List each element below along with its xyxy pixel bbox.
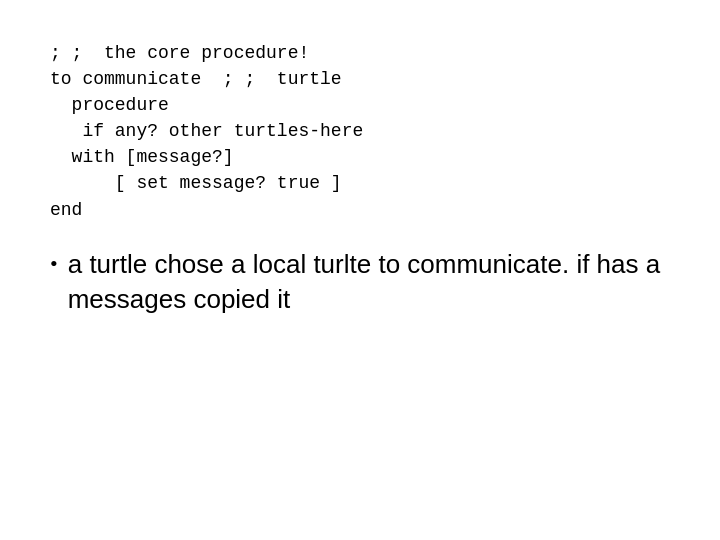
code-line-4: if any? other turtles-here (50, 121, 363, 141)
code-line-7: end (50, 200, 82, 220)
bullet-dot: • (50, 249, 58, 280)
code-block: ; ; the core procedure! to communicate ;… (50, 40, 670, 223)
bullet-section: • a turtle chose a local turlte to commu… (50, 247, 670, 317)
code-line-6: [ set message? true ] (50, 173, 342, 193)
code-line-1: ; ; the core procedure! (50, 43, 309, 63)
code-line-2: to communicate ; ; turtle (50, 69, 342, 89)
code-line-3: procedure (50, 95, 169, 115)
bullet-text: a turtle chose a local turlte to communi… (68, 247, 670, 317)
content-area: ; ; the core procedure! to communicate ;… (0, 0, 720, 540)
code-line-5: with [message?] (50, 147, 234, 167)
